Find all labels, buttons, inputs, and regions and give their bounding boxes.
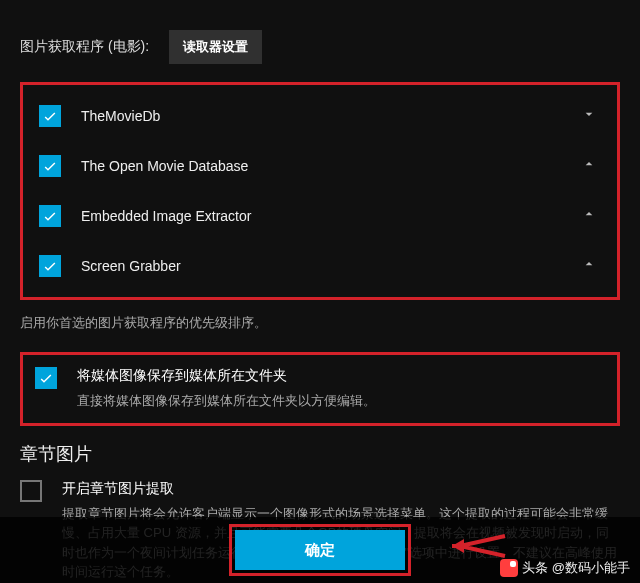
fetcher-label: 图片获取程序 (电影): <box>20 38 149 56</box>
check-icon <box>42 208 58 224</box>
ok-button[interactable]: 确定 <box>235 530 405 570</box>
watermark-logo-icon <box>500 559 518 577</box>
chevron-up-icon[interactable] <box>581 256 597 276</box>
chevron-up-icon[interactable] <box>581 206 597 226</box>
fetcher-checkbox[interactable] <box>39 105 61 127</box>
reader-settings-button[interactable]: 读取器设置 <box>169 30 262 64</box>
chevron-down-icon[interactable] <box>581 106 597 126</box>
fetcher-name: Screen Grabber <box>81 258 581 274</box>
fetcher-item[interactable]: Screen Grabber <box>23 241 617 291</box>
save-media-option[interactable]: 将媒体图像保存到媒体所在文件夹 直接将媒体图像保存到媒体所在文件夹以方便编辑。 <box>20 352 620 426</box>
fetcher-checkbox[interactable] <box>39 255 61 277</box>
check-icon <box>38 370 54 386</box>
save-media-title: 将媒体图像保存到媒体所在文件夹 <box>77 367 605 385</box>
chapter-heading: 章节图片 <box>20 442 620 466</box>
chapter-extract-title: 开启章节图片提取 <box>62 480 620 498</box>
fetcher-list: TheMovieDbThe Open Movie DatabaseEmbedde… <box>20 82 620 300</box>
priority-hint: 启用你首选的图片获取程序的优先级排序。 <box>20 314 620 332</box>
save-media-checkbox[interactable] <box>35 367 57 389</box>
watermark-text: 头条 @数码小能手 <box>522 559 630 577</box>
check-icon <box>42 108 58 124</box>
fetcher-checkbox[interactable] <box>39 155 61 177</box>
save-media-desc: 直接将媒体图像保存到媒体所在文件夹以方便编辑。 <box>77 391 605 411</box>
fetcher-name: The Open Movie Database <box>81 158 581 174</box>
fetcher-name: TheMovieDb <box>81 108 581 124</box>
watermark: 头条 @数码小能手 <box>500 559 630 577</box>
check-icon <box>42 158 58 174</box>
fetcher-item[interactable]: The Open Movie Database <box>23 141 617 191</box>
fetcher-checkbox[interactable] <box>39 205 61 227</box>
chapter-extract-checkbox[interactable] <box>20 480 42 502</box>
fetcher-item[interactable]: TheMovieDb <box>23 91 617 141</box>
fetcher-name: Embedded Image Extractor <box>81 208 581 224</box>
fetcher-item[interactable]: Embedded Image Extractor <box>23 191 617 241</box>
chevron-up-icon[interactable] <box>581 156 597 176</box>
check-icon <box>42 258 58 274</box>
